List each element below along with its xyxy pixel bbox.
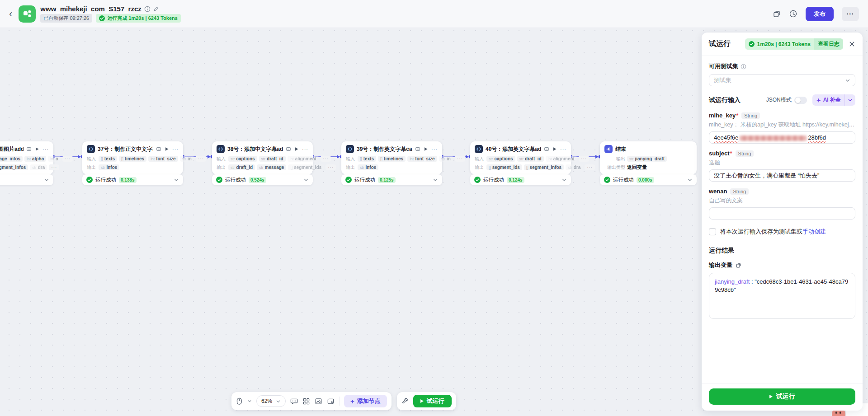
image-icon[interactable] xyxy=(315,397,322,405)
run-complete-badge[interactable]: 运行完成 1m20s | 6243 Tokens xyxy=(96,14,181,23)
annotation-icon[interactable] xyxy=(26,146,32,152)
history-button[interactable] xyxy=(789,9,797,18)
overflow-tags-pill[interactable]: ··· xyxy=(579,156,589,162)
toolbar-test-run-button[interactable]: 试运行 xyxy=(413,395,452,407)
view-log-button[interactable]: 查看日志 xyxy=(814,38,843,50)
node-run-status[interactable]: 运行成功0.000s xyxy=(600,174,697,185)
back-button[interactable]: ‹ xyxy=(9,9,12,19)
overflow-tags-pill[interactable]: ··· xyxy=(321,156,331,162)
port-row-label: 输出 xyxy=(217,164,226,171)
save-testset-checkbox[interactable] xyxy=(709,228,716,235)
workflow-node[interactable]: 39号：制作英文字幕caption…···输入[]texts[]timeline… xyxy=(341,141,442,174)
workflow-node[interactable]: 40号：添加英文字幕add_cap…···输入strcaptionsstrdra… xyxy=(470,141,571,174)
overflow-tags-pill[interactable]: ··· xyxy=(62,156,73,162)
variable-tag: inta xyxy=(48,156,61,162)
chevron-down-icon[interactable] xyxy=(561,177,567,182)
variable-tag: []segment_infos xyxy=(0,164,28,170)
wrench-icon[interactable] xyxy=(401,397,409,405)
layout-blocks-icon[interactable] xyxy=(302,397,310,405)
mihe-key-input[interactable]: 4ee45f6e28bf6d xyxy=(709,131,855,144)
node-run-status[interactable]: 运行成功0.524s xyxy=(212,174,313,185)
play-node-icon[interactable] xyxy=(424,147,428,151)
more-icon[interactable]: ··· xyxy=(172,146,179,152)
chevron-down-icon[interactable] xyxy=(433,177,438,182)
close-icon xyxy=(849,41,855,47)
field-wenan: wenan String 自己写的文案 xyxy=(709,188,855,220)
node-title: 40号：添加英文字幕add_cap… xyxy=(486,145,541,153)
zoom-select[interactable]: 62% xyxy=(256,395,286,407)
workflow-node[interactable]: 38号：添加中文字幕add_cap…···输入strcaptionsstrdra… xyxy=(212,141,313,174)
variable-tag: intfont_size xyxy=(148,156,178,162)
frame-select-icon[interactable] xyxy=(327,397,335,405)
field-desc: 选题 xyxy=(709,159,855,167)
workflow-node[interactable]: 结束输出strjianying_draft输出类型返回变量 xyxy=(600,141,697,174)
code-node-icon xyxy=(475,145,483,153)
overflow-tags-pill[interactable]: ··· xyxy=(585,164,595,170)
variable-tag: strdraft_id xyxy=(517,156,544,162)
field-subject: subject * String 选题 没了主心骨的女生，满心里都是 “怕失去” xyxy=(709,150,855,182)
field-type-badge: String xyxy=(730,188,749,195)
variable-tag: strdra xyxy=(566,164,583,170)
chevron-down-icon[interactable] xyxy=(44,177,49,182)
pointer-mode-icon[interactable] xyxy=(236,397,243,405)
ai-complete-button[interactable]: AI 补全 xyxy=(812,94,855,106)
annotation-icon[interactable] xyxy=(544,146,549,152)
chevron-down-icon[interactable] xyxy=(174,177,179,182)
wenan-input[interactable] xyxy=(709,207,855,220)
variable-tag: intalignment xyxy=(288,156,319,162)
play-node-icon[interactable] xyxy=(35,147,39,151)
overflow-tags-pill[interactable]: ··· xyxy=(49,164,59,170)
more-icon[interactable]: ··· xyxy=(560,146,566,152)
canvas-tools-card: 62% + 添加节点 xyxy=(231,392,392,410)
copy-icon[interactable] xyxy=(736,262,741,268)
port-row-label: 输出 xyxy=(475,164,485,171)
json-mode-toggle[interactable] xyxy=(794,97,807,104)
variable-tag: []image_infos xyxy=(0,156,23,162)
output-key: jianying_draft xyxy=(715,278,750,285)
annotation-icon[interactable] xyxy=(286,146,291,152)
edit-icon[interactable] xyxy=(153,6,159,12)
variable-tag: strcaptions xyxy=(228,156,257,162)
play-node-icon[interactable] xyxy=(165,147,169,151)
variable-tag: []texts xyxy=(358,156,376,162)
play-node-icon[interactable] xyxy=(552,147,557,151)
workflow-node[interactable]: 37号：制作正文中文字幕数据…···输入[]texts[]timelinesin… xyxy=(82,141,183,174)
overflow-tags-pill[interactable]: ··· xyxy=(196,156,206,162)
info-icon[interactable] xyxy=(144,6,151,12)
more-icon[interactable]: ··· xyxy=(42,146,49,152)
play-node-icon[interactable] xyxy=(294,147,299,151)
manual-create-link[interactable]: 手动创建 xyxy=(802,228,826,235)
node-run-status[interactable] xyxy=(0,174,53,185)
overflow-tags-pill[interactable]: ··· xyxy=(455,156,465,162)
variable-tag: []segment_ids xyxy=(288,164,324,170)
more-button[interactable]: ··· xyxy=(842,7,859,21)
publish-button[interactable]: 发布 xyxy=(806,7,834,21)
port-row-label: 输出类型 xyxy=(604,164,625,171)
testset-select[interactable]: 测试集 xyxy=(709,74,855,86)
overflow-tags-pill[interactable]: ··· xyxy=(326,164,336,170)
node-run-status[interactable]: 运行成功0.124s xyxy=(470,174,571,185)
duplicate-button[interactable] xyxy=(773,10,781,18)
chevron-down-icon[interactable] xyxy=(247,399,252,403)
subject-input[interactable]: 没了主心骨的女生，满心里都是 “怕失去” xyxy=(709,169,855,182)
check-circle-icon xyxy=(749,41,755,47)
node-run-status[interactable]: 运行成功0.125s xyxy=(341,174,442,185)
node-run-status[interactable]: 运行成功0.138s xyxy=(82,174,183,185)
info-icon[interactable] xyxy=(741,64,746,70)
close-panel-button[interactable] xyxy=(849,41,855,47)
chevron-down-icon[interactable] xyxy=(687,177,693,182)
add-node-button[interactable]: + 添加节点 xyxy=(344,395,387,407)
more-icon[interactable]: ··· xyxy=(431,146,438,152)
more-icon[interactable]: ··· xyxy=(302,146,308,152)
history-clock-icon xyxy=(789,9,797,18)
output-variable-box[interactable]: jianying_draft : "cedc68c3-1be1-4631-ae4… xyxy=(709,273,855,319)
subject-value: 没了主心骨的女生，满心里都是 “怕失去” xyxy=(714,172,819,180)
variable-tag: strin xyxy=(180,156,194,162)
annotation-icon[interactable] xyxy=(156,146,161,152)
chevron-down-icon[interactable] xyxy=(303,177,309,182)
annotation-icon[interactable] xyxy=(415,146,420,152)
comment-icon[interactable] xyxy=(290,397,298,405)
workflow-node[interactable]: 封面图图片add…···输入[]image_infosintalphainta·… xyxy=(0,141,53,174)
test-run-button[interactable]: 试运行 xyxy=(709,388,855,405)
run-time-text: 1m20s | 6243 Tokens xyxy=(757,41,811,47)
